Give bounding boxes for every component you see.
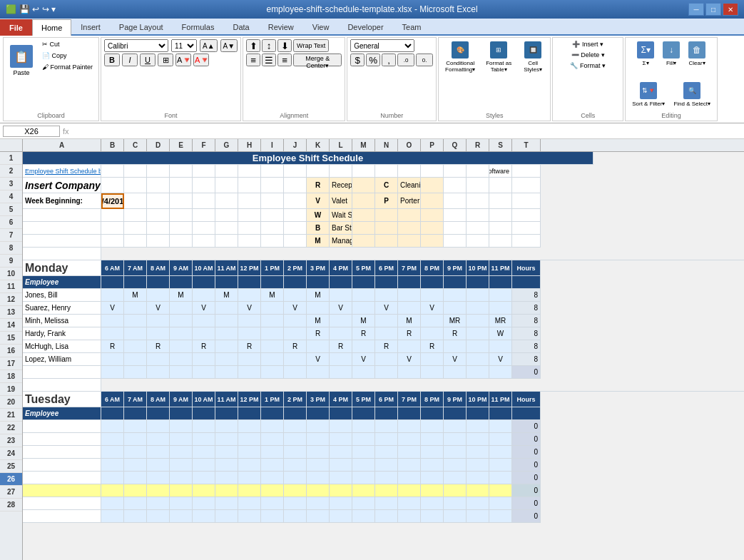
col-header-d[interactable]: D — [147, 139, 170, 151]
cell-s11[interactable] — [489, 289, 512, 302]
cell-d16[interactable] — [147, 353, 170, 366]
cell-o11[interactable] — [398, 289, 421, 302]
cell-t13[interactable]: 8 — [512, 315, 541, 327]
cell-m11[interactable] — [352, 289, 375, 302]
cell-r14[interactable] — [467, 327, 489, 340]
align-middle-button[interactable]: ↕ — [262, 39, 276, 52]
cell-d11[interactable] — [147, 289, 170, 302]
row-15[interactable]: 15 — [0, 332, 22, 345]
row-3[interactable]: 3 — [0, 178, 22, 190]
cell-f14[interactable] — [193, 327, 215, 340]
cell-a13[interactable]: Minh, Melissa — [23, 315, 101, 327]
cell-g15[interactable] — [215, 340, 238, 353]
row-8[interactable]: 8 — [0, 242, 22, 255]
cell-j12[interactable]: V — [284, 302, 307, 315]
cell-h15[interactable]: R — [238, 340, 261, 353]
conditional-formatting-button[interactable]: 🎨 Conditional Formatting▾ — [442, 39, 479, 75]
row-9[interactable]: 9 — [0, 255, 22, 268]
cell-b12[interactable]: V — [101, 302, 124, 315]
cell-q12[interactable] — [444, 302, 467, 315]
increase-decimal-button[interactable]: .0 — [397, 54, 414, 66]
cell-m16[interactable]: V — [352, 353, 375, 366]
delete-button[interactable]: ➖ Delete ▾ — [569, 50, 608, 60]
cell-t21[interactable]: 0 — [512, 420, 541, 433]
cell-c13[interactable] — [124, 315, 147, 327]
cell-a11[interactable]: Jones, Bill — [23, 289, 101, 302]
cell-n17[interactable] — [375, 366, 398, 379]
cell-q16[interactable]: V — [444, 353, 467, 366]
cell-j16[interactable] — [284, 353, 307, 366]
font-size-select[interactable]: 11 — [171, 39, 197, 52]
row-12[interactable]: 12 — [0, 293, 22, 306]
cell-l13[interactable] — [330, 315, 352, 327]
percent-button[interactable]: % — [366, 54, 380, 66]
tab-insert[interactable]: Insert — [71, 19, 110, 34]
cell-s15[interactable] — [489, 340, 512, 353]
cell-o14[interactable]: R — [398, 327, 421, 340]
col-header-h[interactable]: H — [238, 139, 261, 151]
cell-e17[interactable] — [170, 366, 193, 379]
cell-s14[interactable]: W — [489, 327, 512, 340]
col-header-f[interactable]: F — [193, 139, 215, 151]
cell-o17[interactable] — [398, 366, 421, 379]
cell-t22[interactable]: 0 — [512, 433, 541, 446]
cell-a12[interactable]: Suarez, Henry — [23, 302, 101, 315]
row-7[interactable]: 7 — [0, 229, 22, 242]
cell-m17[interactable] — [352, 366, 375, 379]
cell-p12[interactable]: V — [421, 302, 444, 315]
cell-o15[interactable] — [398, 340, 421, 353]
col-header-m[interactable]: M — [352, 139, 375, 151]
merge-cells-button[interactable]: Merge & Center▾ — [293, 54, 342, 66]
cell-t26[interactable]: 0 — [512, 484, 541, 497]
cell-a1[interactable]: Employee Shift Schedule — [23, 152, 593, 165]
decrease-font-button[interactable]: A▼ — [220, 39, 238, 52]
name-box[interactable] — [3, 126, 60, 137]
cell-l17[interactable] — [330, 366, 352, 379]
tab-view[interactable]: View — [303, 19, 339, 34]
col-header-j[interactable]: J — [284, 139, 307, 151]
col-header-l[interactable]: L — [330, 139, 352, 151]
fill-button[interactable]: ↓ Fill▾ — [659, 39, 683, 68]
cell-c11[interactable]: M — [124, 289, 147, 302]
cell-styles-button[interactable]: 🔲 Cell Styles▾ — [519, 39, 547, 75]
cell-e13[interactable] — [170, 315, 193, 327]
cell-j14[interactable] — [284, 327, 307, 340]
cell-o12[interactable] — [398, 302, 421, 315]
cell-q11[interactable] — [444, 289, 467, 302]
col-header-a[interactable]: A — [23, 139, 101, 151]
cell-d12[interactable]: V — [147, 302, 170, 315]
cell-g14[interactable] — [215, 327, 238, 340]
cell-a2[interactable]: Employee Shift Schedule by Timesheets MT… — [23, 165, 101, 178]
cell-m15[interactable] — [352, 340, 375, 353]
cell-b14[interactable] — [101, 327, 124, 340]
cell-o16[interactable]: V — [398, 353, 421, 366]
tab-developer[interactable]: Developer — [338, 19, 392, 34]
cell-p14[interactable] — [421, 327, 444, 340]
cell-r13[interactable] — [467, 315, 489, 327]
cell-j11[interactable] — [284, 289, 307, 302]
find-select-button[interactable]: 🔍 Find & Select▾ — [670, 80, 714, 109]
tab-data[interactable]: Data — [223, 19, 258, 34]
cell-n13[interactable] — [375, 315, 398, 327]
cell-f11[interactable] — [193, 289, 215, 302]
cell-j15[interactable]: R — [284, 340, 307, 353]
cell-h17[interactable] — [238, 366, 261, 379]
cell-e11[interactable]: M — [170, 289, 193, 302]
align-center-button[interactable]: ☰ — [262, 54, 276, 66]
cell-f15[interactable]: R — [193, 340, 215, 353]
row-19[interactable]: 19 — [0, 383, 22, 396]
cell-g12[interactable] — [215, 302, 238, 315]
cell-d15[interactable]: R — [147, 340, 170, 353]
cell-e12[interactable] — [170, 302, 193, 315]
cell-g16[interactable] — [215, 353, 238, 366]
row-6[interactable]: 6 — [0, 216, 22, 229]
cell-i17[interactable] — [261, 366, 284, 379]
cell-l16[interactable] — [330, 353, 352, 366]
borders-button[interactable]: ⊞ — [158, 54, 173, 66]
cell-b13[interactable] — [101, 315, 124, 327]
clear-button[interactable]: 🗑 Clear▾ — [685, 39, 709, 68]
cell-p16[interactable] — [421, 353, 444, 366]
sort-filter-button[interactable]: ⇅🔻 Sort & Filter▾ — [628, 80, 668, 109]
minimize-button[interactable]: ─ — [688, 3, 704, 16]
cell-n15[interactable]: R — [375, 340, 398, 353]
